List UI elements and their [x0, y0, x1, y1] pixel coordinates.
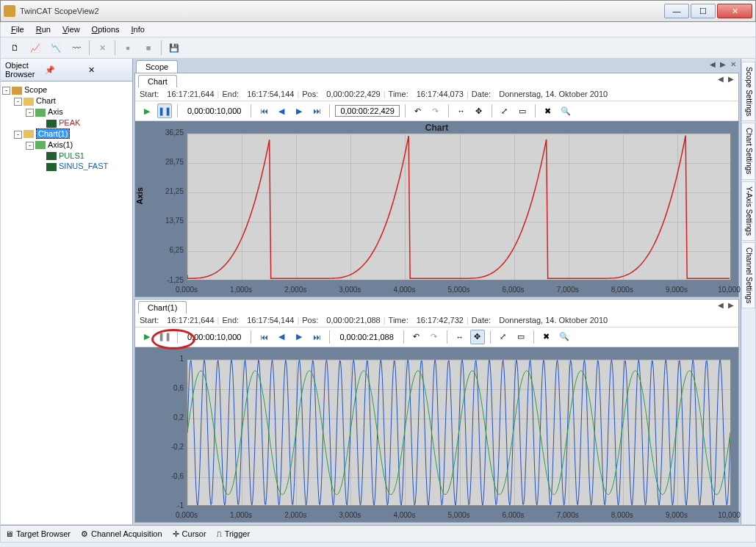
zoom-box-icon[interactable]: ▭ [515, 104, 530, 118]
status-trigger[interactable]: ⎍ Trigger [217, 529, 250, 538]
delete-icon[interactable]: ✕ [94, 40, 110, 56]
tree-sinus[interactable]: SINUS_FAST [59, 162, 108, 170]
pan-x-icon[interactable]: ↔ [454, 104, 469, 118]
first-icon[interactable]: ⏮ [256, 330, 271, 344]
axis-icon [35, 141, 46, 149]
side-tab-scope[interactable]: Scope Settings [741, 62, 755, 121]
status-bar: 🖥 Target Browser ⚙ Channel Acquisition ✛… [0, 525, 756, 543]
pan-x-icon[interactable]: ↔ [453, 330, 467, 344]
menu-info[interactable]: Info [132, 25, 145, 34]
menu-options[interactable]: Options [92, 25, 120, 34]
tree-scope[interactable]: Scope [24, 85, 47, 94]
tab-prev-icon[interactable]: ◀ [716, 301, 725, 314]
close-button[interactable]: ✕ [717, 4, 752, 18]
play-icon[interactable]: ▶ [140, 330, 154, 344]
pan-xy-icon[interactable]: ✥ [472, 104, 486, 118]
prev-icon[interactable]: ◀ [274, 330, 289, 344]
menu-bar: File Run View Options Info [0, 22, 756, 37]
pause-icon[interactable]: ❚❚ [157, 104, 172, 118]
chart1-plot[interactable]: Chart Axis 36,2528,7521,2513,756,25-1,25… [135, 121, 738, 297]
expand-icon[interactable]: - [14, 98, 22, 106]
axis-icon [35, 109, 46, 117]
next-icon[interactable]: ▶ [292, 104, 306, 118]
minimize-button[interactable]: — [664, 4, 689, 18]
expand-icon[interactable]: - [2, 87, 10, 95]
prev-icon[interactable]: ◀ [274, 104, 289, 118]
pin-icon[interactable]: 📌 [45, 65, 84, 75]
tab-next-icon[interactable]: ▶ [719, 60, 727, 73]
undo-icon[interactable]: ↶ [409, 330, 424, 344]
tab-next-icon[interactable]: ▶ [727, 301, 735, 314]
clear-icon[interactable]: ✖ [539, 330, 554, 344]
tree-peak[interactable]: PEAK [59, 118, 80, 127]
status-target-browser[interactable]: 🖥 Target Browser [5, 529, 71, 538]
tree-chart[interactable]: Chart [36, 96, 56, 105]
zoom-box-icon[interactable]: ▭ [514, 330, 528, 344]
chart2-plot[interactable]: 10,60,2-0,2-0,6-10,000s1,000s2,000s3,000… [135, 347, 738, 523]
zoom-x-icon[interactable]: ⤢ [497, 104, 512, 118]
scope-icon [12, 87, 22, 95]
channel-icon [46, 163, 57, 171]
pan-xy-icon[interactable]: ✥ [470, 330, 485, 344]
object-browser-panel: Object Browser 📌 ✕ -Scope -Chart -Axis P… [1, 59, 133, 524]
chart2-info: Start: 16:17:21,644| End: 16:17:54,144| … [135, 314, 738, 327]
chart-icon [24, 130, 34, 138]
status-channel-acq[interactable]: ⚙ Channel Acquisition [81, 529, 162, 539]
side-tab-chart[interactable]: Chart Settings [741, 123, 755, 179]
zoom-fit-icon[interactable]: 🔍 [557, 330, 572, 344]
record-icon[interactable]: ● [120, 40, 136, 56]
window-titlebar: TwinCAT ScopeView2 — ☐ ✕ [0, 0, 756, 22]
tab-chart[interactable]: Chart [138, 75, 177, 87]
last-icon[interactable]: ⏭ [309, 104, 324, 118]
main-toolbar: 🗋 📈 📉 〰 ✕ ● ■ 💾 [0, 37, 756, 59]
side-tab-yaxis[interactable]: Y-Axis Settings [741, 181, 755, 241]
clear-icon[interactable]: ✖ [541, 104, 555, 118]
new-channel-icon[interactable]: 〰 [68, 40, 84, 56]
object-tree: -Scope -Chart -Axis PEAK -Chart(1) -Axis… [1, 81, 132, 175]
redo-icon[interactable]: ↷ [428, 104, 443, 118]
menu-file[interactable]: File [11, 25, 24, 34]
status-cursor[interactable]: ✛ Cursor [173, 529, 206, 539]
tree-puls1[interactable]: PULS1 [59, 151, 84, 160]
first-icon[interactable]: ⏮ [256, 104, 271, 118]
tree-chart1[interactable]: Chart(1) [36, 128, 70, 139]
pause-icon[interactable]: ❚❚ [157, 330, 172, 344]
tab-chart1[interactable]: Chart(1) [138, 301, 187, 314]
new-scope-icon[interactable]: 🗋 [7, 40, 23, 56]
expand-icon[interactable]: - [14, 131, 22, 139]
stop-icon[interactable]: ■ [140, 40, 156, 56]
chart1-controls: ▶ ❚❚ 0,00:00:10,000 ⏮ ◀ ▶ ⏭ 0,00:00:22,4… [135, 101, 738, 121]
close-panel-icon[interactable]: ✕ [88, 65, 128, 75]
expand-icon[interactable]: - [26, 109, 34, 117]
tab-close-icon[interactable]: ✕ [729, 60, 738, 73]
menu-view[interactable]: View [62, 25, 80, 34]
chart1-title: Chart [135, 123, 738, 133]
menu-run[interactable]: Run [36, 25, 51, 34]
undo-icon[interactable]: ↶ [411, 104, 425, 118]
expand-icon[interactable]: - [26, 142, 34, 150]
chart-icon [24, 98, 34, 106]
last-icon[interactable]: ⏭ [309, 330, 324, 344]
side-tabs: Scope Settings Chart Settings Y-Axis Set… [741, 59, 755, 524]
object-browser-title: Object Browser [5, 61, 45, 79]
chart1-ylabel: Axis [135, 187, 144, 204]
zoom-x-icon[interactable]: ⤢ [496, 330, 511, 344]
new-axis-icon[interactable]: 📉 [48, 40, 64, 56]
play-icon[interactable]: ▶ [140, 104, 154, 118]
chart2-controls: ▶ ❚❚ 0,00:00:10,000 ⏮ ◀ ▶ ⏭ 0,00:00:21,0… [135, 327, 738, 347]
next-icon[interactable]: ▶ [292, 330, 306, 344]
maximize-button[interactable]: ☐ [691, 4, 716, 18]
tab-prev-icon[interactable]: ◀ [708, 60, 717, 73]
tab-scope[interactable]: Scope [136, 60, 178, 73]
side-tab-channel[interactable]: Channel Settings [741, 242, 755, 308]
tree-axis[interactable]: Axis [48, 107, 63, 116]
tab-next-icon[interactable]: ▶ [727, 75, 735, 87]
new-chart-icon[interactable]: 📈 [27, 40, 43, 56]
zoom-fit-icon[interactable]: 🔍 [558, 104, 573, 118]
tree-axis1[interactable]: Axis(1) [48, 140, 73, 149]
chart-panel-2: Chart(1) ◀▶ Start: 16:17:21,644| End: 16… [134, 299, 739, 524]
save-icon[interactable]: 💾 [166, 40, 182, 56]
chart1-position-box[interactable]: 0,00:00:22,429 [335, 105, 399, 117]
tab-prev-icon[interactable]: ◀ [716, 75, 725, 87]
redo-icon[interactable]: ↷ [427, 330, 442, 344]
